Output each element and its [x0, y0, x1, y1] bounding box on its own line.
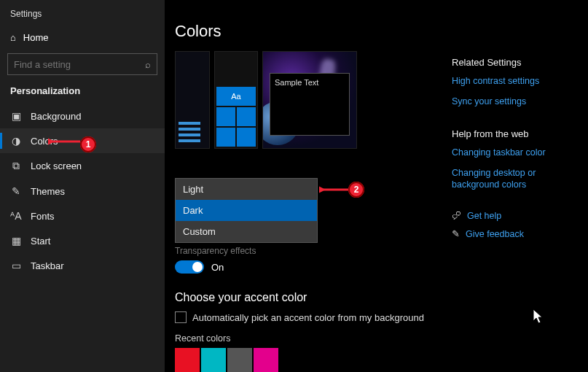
home-icon: ⌂: [10, 32, 16, 43]
app-title: Settings: [0, 6, 165, 26]
sidebar-item-label: Fonts: [31, 211, 55, 222]
home-nav[interactable]: ⌂ Home: [0, 26, 165, 49]
transparency-toggle-row: On: [175, 260, 588, 274]
image-icon: ▣: [10, 110, 22, 122]
sidebar-item-background[interactable]: ▣ Background: [0, 104, 165, 128]
sidebar-item-fonts[interactable]: ᴬA Fonts: [0, 204, 165, 228]
auto-accent-checkbox[interactable]: [175, 311, 187, 323]
color-swatch[interactable]: [227, 348, 252, 372]
section-label: Personalization: [0, 84, 165, 104]
auto-accent-label: Automatically pick an accent color from …: [192, 312, 424, 323]
sidebar-item-start[interactable]: ▦ Start: [0, 228, 165, 253]
search-icon: ⌕: [145, 59, 151, 70]
sidebar-item-label: Background: [31, 111, 81, 122]
accent-heading: Choose your accent color: [175, 291, 588, 304]
color-swatch[interactable]: [254, 348, 278, 372]
get-help-label: Get help: [467, 211, 501, 221]
preview-sample-window: Sample Text: [270, 73, 350, 136]
sidebar-item-label: Taskbar: [31, 260, 64, 271]
preview-tile-aa: Aa: [216, 87, 256, 106]
dropdown-option-light[interactable]: Light: [176, 179, 317, 200]
settings-window: — ☐ ✕ Settings ⌂ Home ⌕ Personalization …: [0, 0, 588, 372]
sidebar-item-taskbar[interactable]: ▭ Taskbar: [0, 253, 165, 278]
dropdown-option-custom[interactable]: Custom: [176, 221, 317, 242]
link-sync-settings[interactable]: Sync your settings: [452, 96, 573, 107]
help-heading: Help from the web: [452, 128, 573, 139]
color-swatch[interactable]: [201, 348, 226, 372]
recent-colors-row: [175, 348, 588, 372]
link-high-contrast[interactable]: High contrast settings: [452, 75, 573, 87]
sidebar-item-lockscreen[interactable]: ⧉ Lock screen: [0, 153, 165, 179]
feedback-icon: ✎: [452, 228, 460, 239]
search-input[interactable]: [14, 59, 145, 70]
feedback-row[interactable]: ✎ Give feedback: [452, 228, 573, 239]
color-swatch[interactable]: [175, 348, 200, 372]
page-title: Colors: [175, 22, 588, 41]
sidebar-item-themes[interactable]: ✎ Themes: [0, 179, 165, 204]
link-changing-desktop-colors[interactable]: Changing desktop or background colors: [452, 167, 573, 191]
get-help-row[interactable]: 🗪 Get help: [452, 211, 573, 221]
sidebar-item-label: Themes: [31, 186, 65, 197]
toggle-state-label: On: [211, 262, 224, 273]
sidebar-item-label: Start: [31, 236, 50, 247]
themes-icon: ✎: [10, 185, 22, 197]
dropdown-option-dark[interactable]: Dark: [176, 200, 317, 221]
lock-screen-icon: ⧉: [10, 160, 22, 172]
sidebar-item-label: Colors: [31, 136, 58, 147]
auto-accent-row[interactable]: Automatically pick an accent color from …: [175, 311, 588, 323]
start-icon: ▦: [10, 235, 22, 247]
sidebar-item-colors[interactable]: ◑ Colors: [0, 128, 165, 153]
related-heading: Related Settings: [452, 57, 573, 68]
color-mode-dropdown[interactable]: Light Dark Custom: [175, 178, 318, 243]
home-label: Home: [23, 32, 49, 43]
help-icon: 🗪: [452, 211, 461, 221]
fonts-icon: ᴬA: [10, 210, 22, 222]
recent-colors-label: Recent colors: [175, 333, 588, 344]
transparency-toggle[interactable]: [175, 260, 204, 274]
search-box[interactable]: ⌕: [7, 53, 157, 75]
preview-start-pane: Aa: [214, 51, 258, 149]
sidebar-item-label: Lock screen: [31, 160, 82, 171]
taskbar-icon: ▭: [10, 260, 22, 271]
sample-text-label: Sample Text: [275, 78, 318, 87]
link-changing-taskbar-color[interactable]: Changing taskbar color: [452, 147, 573, 158]
preview-taskbar-pane: [175, 51, 210, 149]
feedback-label: Give feedback: [466, 229, 524, 239]
sidebar: Settings ⌂ Home ⌕ Personalization ▣ Back…: [0, 0, 165, 372]
right-column: Related Settings High contrast settings …: [452, 57, 573, 247]
transparency-label: Transparency effects: [175, 246, 588, 256]
palette-icon: ◑: [10, 135, 22, 147]
